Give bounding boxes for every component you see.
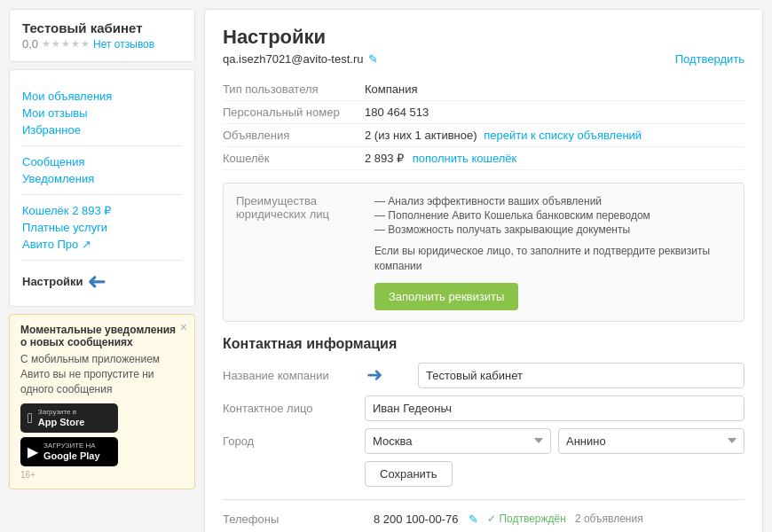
benefits-list: Анализ эффективности ваших объявлений По…: [374, 194, 731, 237]
verified-badge: ✓ Подтверждён: [487, 512, 565, 525]
info-table: Тип пользователя Компания Персональный н…: [223, 78, 744, 170]
confirm-email-link[interactable]: Подтвердить: [675, 52, 744, 66]
user-name: Тестовый кабинет: [22, 20, 182, 35]
benefits-block: Преимущества юридических лиц Анализ эффе…: [223, 183, 744, 322]
page-title: Настройки: [223, 26, 744, 49]
company-name-input[interactable]: [418, 363, 744, 388]
benefits-label: Преимущества юридических лиц: [236, 194, 360, 310]
age-label: 16+: [20, 470, 184, 480]
personal-number-label: Персональный номер: [223, 101, 365, 124]
benefit-item-3: Возможность получать закрывающие докумен…: [374, 223, 731, 237]
wallet-row: Кошелёк 2 893 ₽ пополнить кошелёк: [223, 147, 744, 170]
google-play-icon: ▶: [28, 443, 38, 460]
nav-avito-pro[interactable]: Авито Про ↗: [22, 236, 182, 253]
contact-person-label: Контактное лицо: [223, 402, 365, 415]
nav-my-reviews[interactable]: Мои отзывы: [22, 105, 182, 121]
wallet-value: 2 893 ₽: [365, 152, 404, 165]
wallet-label: Кошелёк: [223, 147, 365, 170]
rating-stars: ★ ★ ★ ★ ★: [42, 38, 90, 50]
personal-number-value: 180 464 513: [365, 101, 744, 124]
contact-person-row: Контактное лицо: [223, 395, 744, 421]
benefits-content: Анализ эффективности ваших объявлений По…: [374, 194, 731, 310]
ads-label: Объявления: [223, 124, 365, 147]
check-icon: ✓: [487, 512, 496, 525]
nav-my-ads[interactable]: Мои объявления: [22, 88, 182, 105]
google-play-label-small: ЗАГРУЗИТЕ НА: [43, 442, 100, 450]
city-selects-container: Москва Аннино: [365, 428, 744, 454]
phone-ads-count: 2 объявления: [575, 512, 643, 525]
app-store-label-big: App Store: [38, 417, 85, 428]
verified-label: Подтверждён: [499, 512, 565, 525]
company-name-label: Название компании: [223, 369, 365, 382]
company-name-row: Название компании ➜: [223, 363, 744, 388]
app-store-button[interactable]:  Загрузите в App Store: [20, 403, 118, 433]
legal-notice: Если вы юридическое лицо, то заполните и…: [374, 244, 731, 274]
email-display: qa.isezh7021@avito-test.ru: [223, 52, 363, 66]
ads-cell: 2 (из них 1 активное) перейти к списку о…: [365, 124, 744, 147]
company-name-arrow-icon: ➜: [366, 364, 382, 387]
user-type-label: Тип пользователя: [223, 78, 365, 101]
phone-label: Телефоны: [223, 512, 365, 526]
section-divider: [223, 499, 744, 500]
nav-wallet[interactable]: Кошелёк 2 893 ₽: [22, 204, 111, 217]
nav-favorites[interactable]: Избранное: [22, 121, 182, 138]
district-select[interactable]: Аннино: [558, 428, 744, 454]
benefit-item-1: Анализ эффективности ваших объявлений: [374, 194, 731, 208]
email-edit-icon[interactable]: ✎: [368, 52, 378, 66]
fill-requisites-button[interactable]: Заполнить реквизиты: [374, 283, 518, 310]
nav-divider-2: [22, 194, 182, 195]
google-play-label-big: Google Play: [43, 450, 100, 462]
nav-paid-services[interactable]: Платные услуги: [22, 219, 182, 236]
save-button[interactable]: Сохранить: [365, 461, 453, 487]
ads-value: 2 (из них 1 активное): [365, 129, 477, 142]
notification-text: С мобильным приложением Авито вы не проп…: [20, 352, 184, 396]
settings-arrow-container: Настройки ➜: [22, 268, 182, 295]
phone-edit-icon[interactable]: ✎: [469, 512, 478, 526]
replenish-wallet-link[interactable]: пополнить кошелёк: [413, 152, 516, 165]
user-type-row: Тип пользователя Компания: [223, 78, 744, 101]
nav-notifications[interactable]: Уведомления: [22, 170, 182, 187]
notification-close-btn[interactable]: ×: [180, 320, 187, 334]
personal-number-row: Персональный номер 180 464 513: [223, 101, 744, 124]
phone-row: Телефоны 8 200 100-00-76 ✎ ✓ Подтверждён…: [223, 512, 744, 526]
city-label: Город: [223, 434, 365, 448]
city-row: Город Москва Аннино: [223, 428, 744, 454]
wallet-cell: 2 893 ₽ пополнить кошелёк: [365, 147, 744, 170]
contact-person-input[interactable]: [365, 395, 744, 421]
apple-icon: : [28, 411, 33, 426]
google-play-button[interactable]: ▶ ЗАГРУЗИТЕ НА Google Play: [20, 437, 118, 466]
phone-arrow-icon: ↙: [355, 526, 382, 532]
notification-title: Моментальные уведомления о новых сообщен…: [20, 324, 184, 348]
user-rating-value: 0,0: [22, 37, 38, 51]
nav-divider-3: [22, 260, 182, 261]
phone-number: 8 200 100-00-76: [374, 512, 458, 526]
nav-messages[interactable]: Сообщения: [22, 153, 182, 170]
app-buttons-container:  Загрузите в App Store ▶ ЗАГРУЗИТЕ НА G…: [20, 403, 184, 466]
city-select[interactable]: Москва: [365, 428, 551, 454]
user-type-value: Компания: [365, 78, 744, 101]
nav-settings[interactable]: Настройки: [22, 273, 83, 290]
ads-list-link[interactable]: перейти к списку объявлений: [484, 129, 642, 142]
ads-row: Объявления 2 (из них 1 активное) перейти…: [223, 124, 744, 147]
app-store-label-small: Загрузите в: [38, 408, 85, 417]
no-reviews-label: Нет отзывов: [93, 38, 154, 51]
nav-divider-1: [22, 145, 182, 146]
benefit-item-2: Пополнение Авито Кошелька банковским пер…: [374, 208, 731, 223]
contact-info-title: Контактная информация: [223, 336, 744, 352]
notification-card: × Моментальные уведомления о новых сообщ…: [9, 314, 195, 489]
settings-arrow-icon: ➜: [87, 268, 106, 295]
